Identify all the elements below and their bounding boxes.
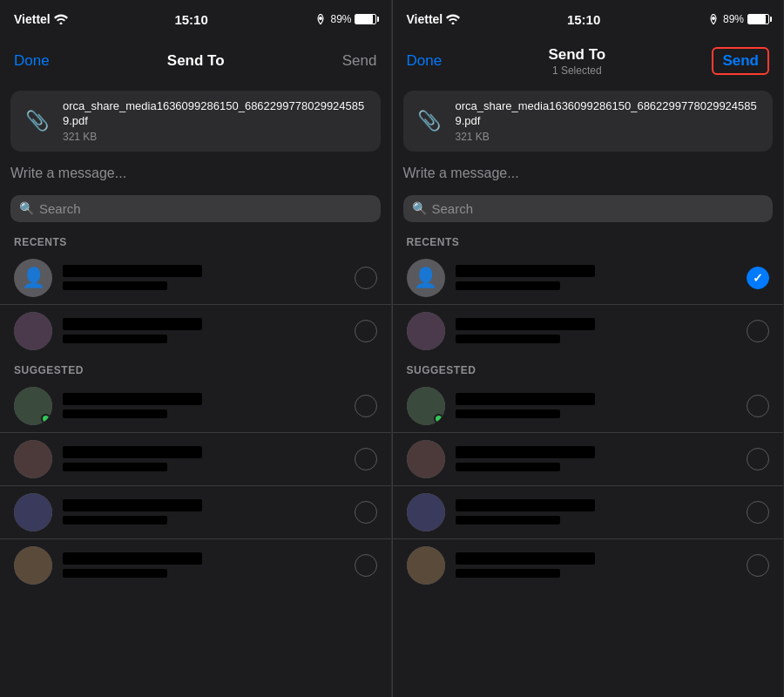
selection-circle-right-2[interactable] — [747, 395, 769, 417]
contact-item-left-0[interactable]: 👤 — [0, 252, 391, 304]
contact-name-right-1 — [456, 318, 595, 330]
avatar-left-4 — [14, 493, 52, 531]
default-avatar-icon-left-0: 👤 — [22, 267, 45, 289]
attachment-bar-left: 📎 orca_share_media1636099286150_68622997… — [10, 91, 381, 152]
checkmark-icon-right-0: ✓ — [753, 271, 763, 285]
selection-circle-right-0[interactable]: ✓ — [747, 267, 769, 289]
battery-percent-left: 89% — [330, 13, 351, 25]
selection-circle-left-1[interactable] — [355, 320, 377, 342]
done-button-left[interactable]: Done — [14, 52, 50, 70]
default-avatar-icon-right-0: 👤 — [414, 267, 437, 289]
selection-circle-right-1[interactable] — [747, 320, 769, 342]
search-placeholder-left: Search — [39, 201, 81, 216]
search-placeholder-right: Search — [432, 201, 474, 216]
avatar-img-right-4 — [407, 493, 445, 531]
avatar-right-0: 👤 — [407, 259, 445, 297]
send-button-right[interactable]: Send — [712, 47, 769, 75]
status-bar-right: Viettel 15:10 89% — [393, 0, 784, 38]
nav-subtitle-right: 1 Selected — [548, 64, 605, 77]
selection-circle-left-2[interactable] — [355, 395, 377, 417]
status-left-right: Viettel — [407, 12, 461, 26]
location-icon-right — [707, 14, 720, 24]
contact-sub-left-1 — [63, 335, 167, 343]
selection-circle-left-5[interactable] — [355, 554, 377, 577]
avatar-left-1 — [14, 312, 52, 350]
paperclip-icon-left: 📎 — [21, 105, 52, 137]
status-time-left: 15:10 — [174, 12, 207, 27]
contact-content-right-2 — [456, 393, 737, 418]
contact-name-left-0 — [63, 265, 202, 277]
search-bar-right[interactable]: 🔍 Search — [403, 195, 774, 222]
avatar-left-2 — [14, 387, 52, 425]
battery-percent-right: 89% — [723, 13, 744, 25]
avatar-right-5 — [407, 546, 445, 585]
contact-item-left-2[interactable] — [0, 380, 391, 432]
status-left-left: Viettel — [14, 12, 68, 26]
avatar-img-right-5 — [407, 546, 445, 585]
selection-circle-left-0[interactable] — [355, 267, 377, 289]
contact-content-right-4 — [456, 499, 737, 524]
location-icon-left — [314, 14, 327, 24]
contact-name-right-2 — [456, 393, 595, 405]
contact-content-left-5 — [63, 552, 344, 578]
contact-content-right-3 — [456, 446, 737, 471]
contact-name-right-3 — [456, 446, 595, 458]
message-input-left[interactable]: Write a message... — [10, 162, 381, 185]
avatar-img-left-1 — [14, 312, 52, 350]
contact-name-right-5 — [456, 552, 595, 565]
avatar-img-right-3 — [407, 440, 445, 478]
avatar-right-4 — [407, 493, 445, 531]
contact-item-right-4[interactable] — [393, 485, 784, 538]
status-time-right: 15:10 — [567, 12, 600, 27]
battery-icon-right — [747, 14, 769, 24]
attachment-size-left: 321 KB — [63, 131, 370, 143]
selection-circle-right-3[interactable] — [747, 448, 769, 470]
contact-item-left-3[interactable] — [0, 432, 391, 485]
nav-bar-left: Done Send To Send — [0, 38, 391, 84]
contact-item-right-0[interactable]: 👤 ✓ — [393, 252, 784, 304]
contact-item-left-4[interactable] — [0, 485, 391, 538]
search-bar-left[interactable]: 🔍 Search — [10, 195, 381, 222]
contact-item-right-5[interactable] — [393, 538, 784, 592]
selection-circle-left-4[interactable] — [355, 501, 377, 524]
contact-item-left-5[interactable] — [0, 538, 391, 592]
avatar-img-right-1 — [407, 312, 445, 350]
attachment-bar-right: 📎 orca_share_media1636099286150_68622997… — [403, 91, 774, 152]
contact-content-left-1 — [63, 318, 344, 343]
status-bar-left: Viettel 15:10 89% — [0, 0, 391, 38]
contact-item-right-2[interactable] — [393, 380, 784, 432]
contact-sub-right-2 — [456, 409, 560, 418]
selection-circle-right-5[interactable] — [747, 554, 769, 577]
battery-icon-left — [355, 14, 376, 24]
svg-point-2 — [452, 23, 455, 25]
avatar-right-3 — [407, 440, 445, 478]
selection-circle-right-4[interactable] — [747, 501, 769, 524]
avatar-img-left-3 — [14, 440, 52, 478]
contact-item-right-1[interactable] — [393, 304, 784, 357]
carrier-left: Viettel — [14, 12, 51, 26]
avatar-left-5 — [14, 546, 52, 585]
contact-content-left-3 — [63, 446, 344, 471]
contact-name-left-4 — [63, 499, 202, 511]
svg-point-3 — [712, 17, 715, 20]
send-button-left[interactable]: Send — [342, 52, 377, 70]
contact-sub-left-2 — [63, 409, 167, 418]
contact-sub-left-5 — [63, 569, 167, 578]
attachment-name-left: orca_share_media1636099286150_6862299778… — [63, 99, 370, 129]
svg-point-1 — [319, 17, 322, 20]
done-button-right[interactable]: Done — [407, 52, 443, 70]
contact-name-left-1 — [63, 318, 202, 330]
avatar-right-2 — [407, 387, 445, 425]
contact-item-left-1[interactable] — [0, 304, 391, 357]
nav-title-left: Send To — [167, 52, 225, 70]
contact-name-left-3 — [63, 446, 202, 458]
contact-name-left-5 — [63, 552, 202, 565]
contact-content-left-0 — [63, 265, 344, 290]
contact-sub-left-3 — [63, 463, 167, 471]
status-right-left: 89% — [314, 13, 376, 25]
avatar-img-left-5 — [14, 546, 52, 585]
avatar-img-left-4 — [14, 493, 52, 531]
selection-circle-left-3[interactable] — [355, 448, 377, 470]
contact-item-right-3[interactable] — [393, 432, 784, 485]
message-input-right[interactable]: Write a message... — [403, 162, 774, 185]
